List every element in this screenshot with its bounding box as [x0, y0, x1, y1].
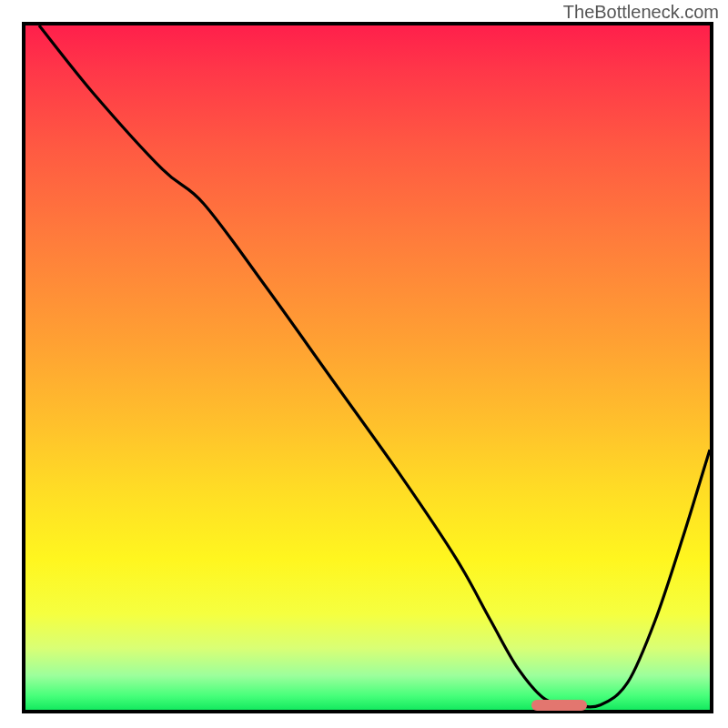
chart-curve	[25, 25, 710, 710]
chart-frame	[22, 22, 713, 713]
branding-text: TheBottleneck.com	[563, 2, 719, 23]
curve-path	[39, 25, 710, 707]
optimal-range-marker	[531, 700, 586, 711]
